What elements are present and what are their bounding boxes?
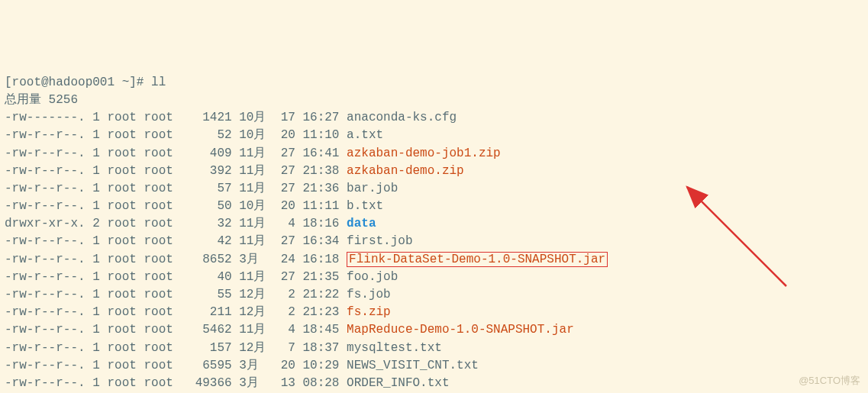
file-name: first.job bbox=[347, 234, 412, 248]
file-row: -rw-r--r--. 1 root root 392 11月 27 21:38… bbox=[5, 163, 863, 180]
file-name: foo.job bbox=[347, 270, 398, 284]
file-meta: -rw-r--r--. 1 root root 6595 3月 20 10:29 bbox=[5, 359, 347, 372]
file-meta: drwxr-xr-x. 2 root root 32 11月 4 18:16 bbox=[5, 217, 347, 230]
file-name: ORDER_INFO.txt bbox=[347, 376, 449, 390]
file-name: mysqltest.txt bbox=[347, 341, 442, 355]
total-line: 总用量 5256 bbox=[5, 92, 863, 109]
file-name: fs.job bbox=[347, 288, 391, 301]
file-row: -rw-r--r--. 1 root root 52 10月 20 11:10 … bbox=[5, 127, 863, 144]
terminal-output: [root@hadoop001 ~]# ll总用量 5256-rw-------… bbox=[5, 74, 863, 393]
file-meta: -rw-r--r--. 1 root root 392 11月 27 21:38 bbox=[5, 164, 347, 178]
file-meta: -rw-r--r--. 1 root root 42 11月 27 16:34 bbox=[5, 234, 347, 248]
file-row: -rw-r--r--. 1 root root 211 12月 2 21:23 … bbox=[5, 304, 863, 321]
file-meta: -rw-r--r--. 1 root root 55 12月 2 21:22 bbox=[5, 288, 347, 301]
file-meta: -rw-r--r--. 1 root root 157 12月 7 18:37 bbox=[5, 341, 347, 355]
file-row: -rw-r--r--. 1 root root 409 11月 27 16:41… bbox=[5, 145, 863, 163]
bracket-open: [ bbox=[5, 76, 12, 89]
file-row: -rw-r--r--. 1 root root 49366 3月 13 08:2… bbox=[5, 375, 863, 392]
file-name: azkaban-demo.zip bbox=[347, 164, 464, 178]
file-row: -rw-r--r--. 1 root root 50 10月 20 11:11 … bbox=[5, 198, 863, 215]
file-row: drwxr-xr-x. 2 root root 32 11月 4 18:16 d… bbox=[5, 215, 863, 233]
file-name: data bbox=[347, 217, 376, 230]
file-row: -rw-r--r--. 1 root root 57 11月 27 21:36 … bbox=[5, 180, 863, 198]
file-name: fs.zip bbox=[347, 305, 391, 319]
file-name: azkaban-demo-job1.zip bbox=[347, 147, 501, 160]
file-meta: -rw-r--r--. 1 root root 52 10月 20 11:10 bbox=[5, 128, 347, 142]
file-row: -rw-r--r--. 1 root root 6595 3月 20 10:29… bbox=[5, 357, 863, 375]
file-meta: -rw-r--r--. 1 root root 57 11月 27 21:36 bbox=[5, 182, 347, 195]
watermark: @51CTO博客 bbox=[799, 374, 860, 388]
file-meta: -rw-r--r--. 1 root root 49366 3月 13 08:2… bbox=[5, 376, 347, 390]
file-row: -rw-r--r--. 1 root root 55 12月 2 21:22 f… bbox=[5, 286, 863, 304]
file-meta: -rw-r--r--. 1 root root 40 11月 27 21:35 bbox=[5, 270, 347, 284]
file-meta: -rw-r--r--. 1 root root 50 10月 20 11:11 bbox=[5, 199, 347, 213]
command-text: ll bbox=[151, 76, 166, 89]
prompt-line: [root@hadoop001 ~]# ll bbox=[5, 74, 863, 92]
file-row: -rw-r--r--. 1 root root 157 12月 7 18:37 … bbox=[5, 340, 863, 357]
file-row: -rw-r--r--. 1 root root 40 11月 27 21:35 … bbox=[5, 269, 863, 286]
file-name: b.txt bbox=[347, 199, 383, 213]
file-row: -rw-r--r--. 1 root root 42 11月 27 16:34 … bbox=[5, 233, 863, 250]
file-row: -rw-r--r--. 1 root root 5462 11月 4 18:45… bbox=[5, 321, 863, 339]
file-meta: -rw-r--r--. 1 root root 211 12月 2 21:23 bbox=[5, 305, 347, 319]
file-row: -rw-------. 1 root root 1421 10月 17 16:2… bbox=[5, 109, 863, 127]
file-name: anaconda-ks.cfg bbox=[347, 111, 457, 124]
file-row: -rw-r--r--. 1 root root 8652 3月 24 16:18… bbox=[5, 251, 863, 269]
prompt-user-host: root@hadoop001 ~ bbox=[12, 76, 130, 89]
file-meta: -rw-r--r--. 1 root root 5462 11月 4 18:45 bbox=[5, 323, 347, 337]
bracket-close: ]# bbox=[129, 76, 144, 89]
file-name: Flink-DataSet-Demo-1.0-SNAPSHOT.jar bbox=[347, 252, 608, 267]
file-name: NEWS_VISIT_CNT.txt bbox=[347, 359, 479, 372]
file-name: a.txt bbox=[347, 128, 383, 142]
file-meta: -rw-r--r--. 1 root root 409 11月 27 16:41 bbox=[5, 147, 347, 160]
file-meta: -rw-r--r--. 1 root root 8652 3月 24 16:18 bbox=[5, 253, 347, 266]
file-name: bar.job bbox=[347, 182, 398, 195]
file-meta: -rw-------. 1 root root 1421 10月 17 16:2… bbox=[5, 111, 347, 124]
file-name: MapReduce-Demo-1.0-SNAPSHOT.jar bbox=[347, 323, 574, 337]
